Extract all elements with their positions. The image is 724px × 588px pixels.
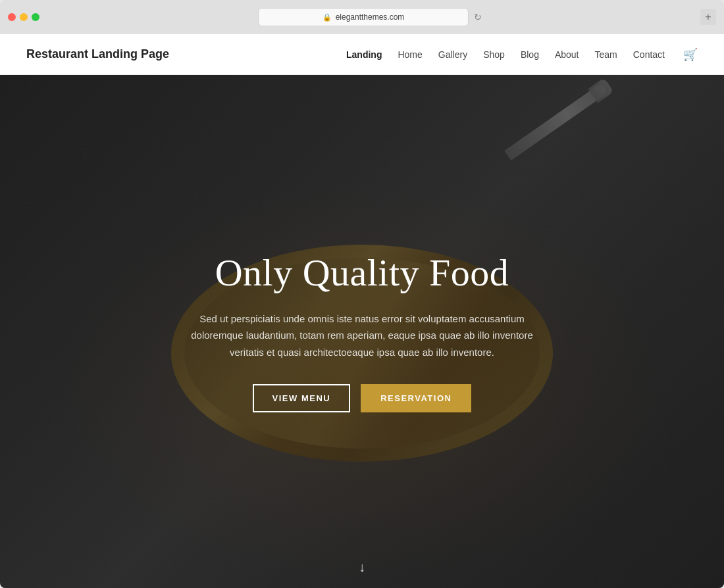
nav-item-about[interactable]: About xyxy=(555,49,579,60)
nav-item-gallery[interactable]: Gallery xyxy=(438,49,467,60)
maximize-button[interactable] xyxy=(32,13,39,21)
site-navbar: Restaurant Landing Page Landing Home Gal… xyxy=(0,34,724,75)
cart-icon[interactable]: 🛒 xyxy=(683,47,698,62)
url-text: elegantthemes.com xyxy=(336,12,405,22)
traffic-lights xyxy=(8,13,39,21)
nav-item-landing[interactable]: Landing xyxy=(346,49,382,60)
nav-item-shop[interactable]: Shop xyxy=(483,49,505,60)
view-menu-button[interactable]: VIEW MENU xyxy=(253,384,351,412)
lock-icon: 🔒 xyxy=(323,13,332,22)
new-tab-button[interactable]: + xyxy=(700,9,716,25)
hero-buttons: VIEW MENU RESERVATION xyxy=(184,384,540,412)
nav-item-team[interactable]: Team xyxy=(595,49,617,60)
browser-window: 🔒 elegantthemes.com ↻ + Restaurant Landi… xyxy=(0,0,724,588)
hero-section: Only Quality Food Sed ut perspiciatis un… xyxy=(0,75,724,588)
browser-content: Restaurant Landing Page Landing Home Gal… xyxy=(0,34,724,588)
nav-item-contact[interactable]: Contact xyxy=(633,49,665,60)
scroll-down-arrow[interactable]: ↓ xyxy=(359,560,365,575)
hero-subtitle: Sed ut perspiciatis unde omnis iste natu… xyxy=(184,310,540,361)
hero-content: Only Quality Food Sed ut perspiciatis un… xyxy=(171,251,553,413)
address-bar-container: 🔒 elegantthemes.com ↻ xyxy=(71,8,669,26)
site-nav: Landing Home Gallery Shop Blog About Tea… xyxy=(346,47,698,62)
reservation-button[interactable]: RESERVATION xyxy=(361,384,471,412)
hero-title: Only Quality Food xyxy=(184,251,540,295)
minimize-button[interactable] xyxy=(20,13,28,21)
site-logo[interactable]: Restaurant Landing Page xyxy=(26,47,169,61)
nav-item-blog[interactable]: Blog xyxy=(521,49,539,60)
nav-item-home[interactable]: Home xyxy=(398,49,422,60)
address-bar[interactable]: 🔒 elegantthemes.com xyxy=(258,8,469,26)
browser-titlebar: 🔒 elegantthemes.com ↻ + xyxy=(0,0,724,34)
refresh-icon[interactable]: ↻ xyxy=(474,12,482,22)
close-button[interactable] xyxy=(8,13,16,21)
